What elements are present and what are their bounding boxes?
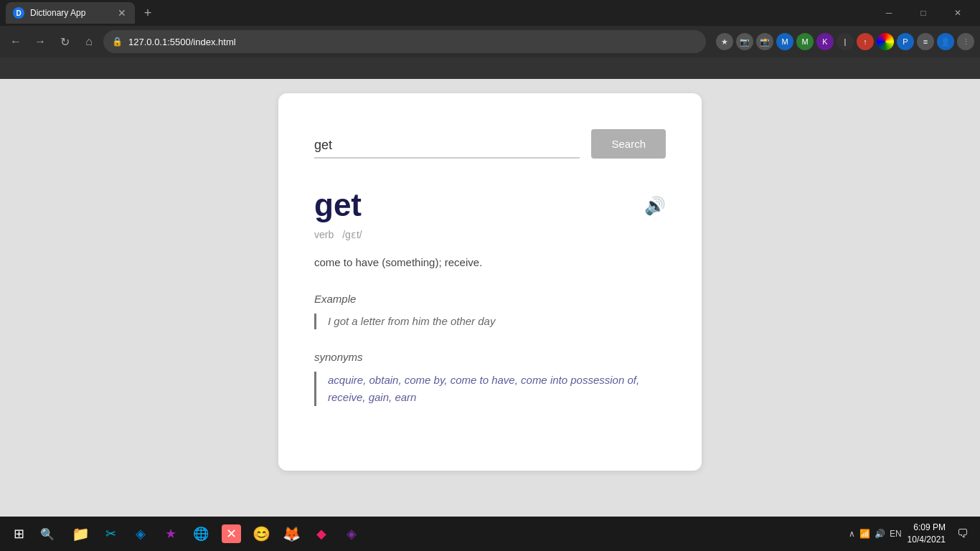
notification-button[interactable]: 🗨 xyxy=(951,522,974,545)
ext-icon-9[interactable] xyxy=(877,33,894,50)
system-tray: ∧ 📶 🔊 EN 6:09 PM 10/4/2021 🗨 xyxy=(849,522,974,546)
network-icon[interactable]: 📶 xyxy=(859,529,870,539)
taskbar-app8[interactable]: ◆ xyxy=(307,519,336,548)
taskbar-firefox[interactable]: 🦊 xyxy=(277,519,306,548)
synonyms-text: acquire, obtain, come by, come to have, … xyxy=(328,372,666,406)
example-blockquote: I got a letter from him the other day xyxy=(314,314,666,330)
taskbar-vscode[interactable]: ◈ xyxy=(126,519,155,548)
ext-icon-6[interactable]: K xyxy=(816,33,834,50)
synonyms-blockquote: acquire, obtain, come by, come to have, … xyxy=(314,372,666,406)
address-text: 127.0.0.1:5500/index.html xyxy=(128,37,236,47)
browser-nav-bar: ← → ↻ ⌂ 🔒 127.0.0.1:5500/index.html ★ 📷 … xyxy=(0,26,980,57)
windows-icon: ⊞ xyxy=(14,526,24,542)
ssl-lock-icon: 🔒 xyxy=(112,37,123,47)
ext-icon-4[interactable]: M xyxy=(776,33,793,50)
address-bar[interactable]: 🔒 127.0.0.1:5500/index.html xyxy=(103,30,706,53)
ext-icon-11[interactable]: ≡ xyxy=(917,33,934,50)
bookmarks-bar xyxy=(0,57,980,79)
taskbar-apps: 📁 ✂ ◈ ★ 🌐 ✕ 😊 🦊 ◆ ◈ xyxy=(66,519,366,548)
synonyms-label: synonyms xyxy=(314,351,666,363)
ext-icon-5[interactable]: M xyxy=(796,33,814,50)
browser-content: Search get 🔊 verb /gɛt/ come to have (so… xyxy=(0,79,980,517)
tab-favicon: D xyxy=(13,7,24,19)
part-of-speech: verb xyxy=(314,229,334,240)
ext-icon-7[interactable]: | xyxy=(837,33,854,50)
word-meta: verb /gɛt/ xyxy=(314,229,666,240)
ext-icon-10[interactable]: P xyxy=(897,33,914,50)
maximize-button[interactable]: □ xyxy=(907,0,940,26)
start-button[interactable]: ⊞ xyxy=(6,521,32,547)
word-definition: come to have (something); receive. xyxy=(314,255,666,271)
word-header: get 🔊 xyxy=(314,187,666,223)
ext-icon-2[interactable]: 📷 xyxy=(736,33,753,50)
tray-chevron[interactable]: ∧ xyxy=(849,529,855,539)
taskbar-search-icon: 🔍 xyxy=(40,527,55,541)
browser-extensions: ★ 📷 📸 M M K | ↑ P ≡ 👤 ⋮ xyxy=(716,33,974,50)
volume-icon[interactable]: 🔊 xyxy=(875,529,885,539)
keyboard-icon: EN xyxy=(890,529,902,539)
taskbar-visual-studio[interactable]: ◈ xyxy=(337,519,366,548)
browser-title-bar: D Dictionary App ✕ + ─ □ ✕ xyxy=(0,0,980,26)
system-tray-icons: ∧ 📶 🔊 EN xyxy=(849,529,902,539)
ext-icon-1[interactable]: ★ xyxy=(716,33,733,50)
browser-tab[interactable]: D Dictionary App ✕ xyxy=(6,2,135,24)
taskbar-emoji[interactable]: 😊 xyxy=(247,519,275,548)
notification-icon: 🗨 xyxy=(957,527,969,540)
search-input[interactable] xyxy=(314,138,580,153)
forward-button[interactable]: → xyxy=(30,32,50,52)
search-section: Search xyxy=(314,129,666,159)
phonetic: /gɛt/ xyxy=(342,229,362,240)
taskbar-chrome[interactable]: 🌐 xyxy=(187,519,215,548)
taskbar-close-app[interactable]: ✕ xyxy=(217,519,245,548)
refresh-button[interactable]: ↻ xyxy=(55,32,75,52)
close-button[interactable]: ✕ xyxy=(941,0,974,26)
speaker-icon[interactable]: 🔊 xyxy=(644,196,666,216)
ext-icon-3[interactable]: 📸 xyxy=(756,33,773,50)
home-button[interactable]: ⌂ xyxy=(79,32,99,52)
taskbar-clock[interactable]: 6:09 PM 10/4/2021 xyxy=(908,522,946,546)
tab-title: Dictionary App xyxy=(30,8,110,18)
taskbar-file-explorer[interactable]: 📁 xyxy=(66,519,95,548)
taskbar-search-button[interactable]: 🔍 xyxy=(34,521,60,547)
search-button[interactable]: Search xyxy=(591,129,666,159)
search-input-wrapper xyxy=(314,138,580,159)
window-controls: ─ □ ✕ xyxy=(872,0,974,26)
tab-close-button[interactable]: ✕ xyxy=(116,7,128,19)
example-text: I got a letter from him the other day xyxy=(328,314,666,330)
settings-icon[interactable]: ⋮ xyxy=(957,33,974,50)
taskbar-snipping-tool[interactable]: ✂ xyxy=(96,519,125,548)
minimize-button[interactable]: ─ xyxy=(872,0,905,26)
dictionary-card: Search get 🔊 verb /gɛt/ come to have (so… xyxy=(278,93,702,471)
example-label: Example xyxy=(314,293,666,305)
profile-icon[interactable]: 👤 xyxy=(937,33,954,50)
back-button[interactable]: ← xyxy=(6,32,26,52)
new-tab-button[interactable]: + xyxy=(138,3,158,23)
taskbar-app4[interactable]: ★ xyxy=(156,519,185,548)
ext-icon-8[interactable]: ↑ xyxy=(857,33,874,50)
clock-date: 10/4/2021 xyxy=(908,534,946,546)
clock-time: 6:09 PM xyxy=(908,522,946,534)
word-title: get xyxy=(314,187,362,223)
taskbar: ⊞ 🔍 📁 ✂ ◈ ★ 🌐 ✕ 😊 🦊 ◆ xyxy=(0,517,980,551)
